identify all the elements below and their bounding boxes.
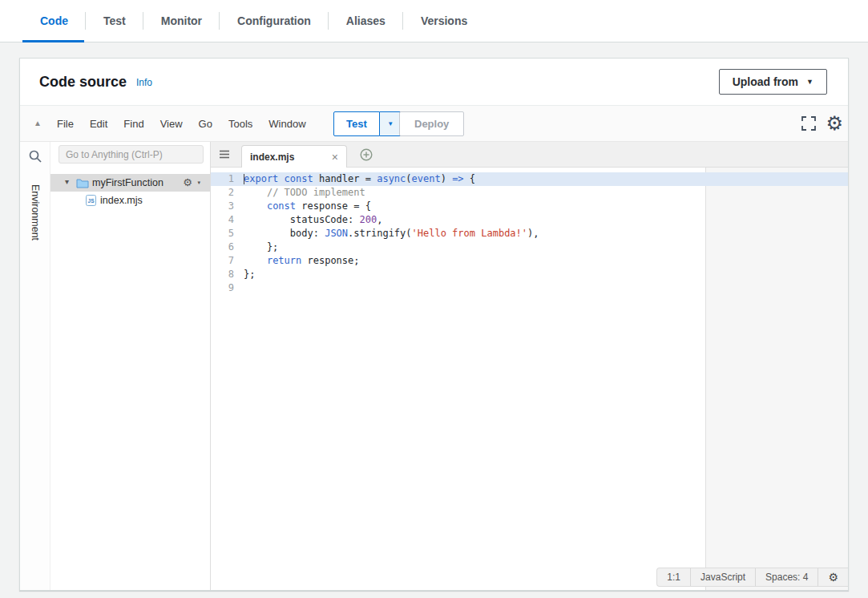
javascript-file-icon: JS (86, 195, 96, 206)
line-number-3: 3 (211, 200, 244, 213)
tree-folder-label: myFirstFunction (92, 177, 164, 188)
menu-item-view[interactable]: View (152, 118, 191, 130)
code-line-7[interactable]: return response; (244, 254, 848, 268)
tab-monitor[interactable]: Monitor (143, 0, 220, 42)
tab-test-label: Test (103, 14, 126, 27)
line-number-5: 5 (211, 227, 244, 240)
collapse-pane-icon[interactable]: ▲ (34, 119, 42, 127)
tab-configuration[interactable]: Configuration (220, 0, 329, 42)
new-tab-icon[interactable] (360, 148, 373, 161)
line-number-6: 6 (211, 240, 244, 254)
code-line-9[interactable] (244, 281, 848, 295)
info-link[interactable]: Info (136, 77, 152, 88)
statusbar-gear-icon[interactable]: ⚙ (818, 568, 848, 586)
editor-pane: index.mjs × 123456789 export const handl… (211, 142, 848, 590)
menu-item-find[interactable]: Find (115, 118, 151, 130)
line-number-gutter: 123456789 (211, 172, 244, 295)
tab-configuration-label: Configuration (237, 14, 311, 27)
upload-from-button[interactable]: Upload from ▼ (719, 69, 827, 95)
tree-folder-myfirstfunction[interactable]: ▾ myFirstFunction ⚙ ▾ (50, 174, 210, 192)
tab-versions[interactable]: Versions (403, 0, 485, 42)
page-title: Code source (39, 74, 127, 91)
code-line-2[interactable]: // TODO implement (244, 186, 848, 200)
tab-aliases[interactable]: Aliases (329, 0, 403, 42)
file-tree: ▾ myFirstFunction ⚙ ▾ JS (50, 174, 210, 209)
svg-text:JS: JS (88, 198, 95, 204)
code-line-8[interactable]: }; (244, 268, 848, 281)
menu-item-file[interactable]: File (49, 118, 82, 130)
tab-size-setting[interactable]: Spaces: 4 (755, 568, 818, 586)
code-lines: export const handler = async(event) => {… (244, 172, 848, 295)
tree-expand-caret-icon[interactable]: ▾ (65, 177, 69, 186)
file-tree-panel: ▾ myFirstFunction ⚙ ▾ JS (50, 142, 211, 590)
code-source-panel: Code source Info Upload from ▼ ▲ FileEdi… (19, 58, 849, 591)
fullscreen-icon[interactable] (801, 116, 816, 131)
code-line-5[interactable]: body: JSON.stringify('Hello from Lambda!… (244, 227, 848, 240)
test-split-button: Test ▼ (333, 111, 402, 136)
test-button[interactable]: Test (333, 111, 380, 136)
line-number-4: 4 (211, 213, 244, 227)
tree-settings-gear-icon[interactable]: ⚙ (183, 176, 192, 188)
tree-file-index-mjs[interactable]: JS index.mjs (50, 192, 210, 209)
editor-tab-index-mjs[interactable]: index.mjs × (241, 145, 347, 168)
editor-tabstrip: index.mjs × (211, 142, 848, 168)
code-source-header: Code source Info Upload from ▼ (20, 59, 848, 106)
tab-code[interactable]: Code (22, 0, 86, 42)
menu-item-window[interactable]: Window (260, 118, 313, 130)
tab-versions-label: Versions (421, 14, 467, 27)
function-tab-bar: Code Test Monitor Configuration Aliases … (0, 0, 868, 42)
tree-file-label: index.mjs (100, 195, 143, 206)
code-line-4[interactable]: statusCode: 200, (244, 213, 848, 227)
language-mode[interactable]: JavaScript (690, 568, 755, 586)
editor-menubar: FileEditFindViewGoToolsWindow (49, 106, 314, 141)
tab-aliases-label: Aliases (346, 14, 386, 27)
code-line-6[interactable]: }; (244, 240, 848, 254)
tab-code-label: Code (40, 14, 68, 27)
editor-statusbar: 1:1 JavaScript Spaces: 4 ⚙ (656, 568, 848, 587)
code-editor[interactable]: 123456789 export const handler = async(e… (211, 168, 848, 590)
editor-toolbar: ▲ FileEditFindViewGoToolsWindow Test ▼ D… (20, 106, 848, 142)
environment-label: Environment (30, 184, 41, 240)
tree-settings-caret-icon[interactable]: ▾ (197, 180, 200, 186)
search-icon[interactable] (28, 149, 42, 164)
code-line-3[interactable]: const response = { (244, 200, 848, 213)
line-number-8: 8 (211, 268, 244, 281)
editor-settings-gear-icon[interactable]: ⚙ (826, 111, 843, 136)
left-icon-strip: Environment (20, 142, 50, 590)
line-number-9: 9 (211, 281, 244, 295)
deploy-button[interactable]: Deploy (399, 111, 464, 136)
goto-anything-input[interactable] (59, 145, 204, 164)
cursor-position[interactable]: 1:1 (657, 568, 690, 586)
chevron-down-icon: ▼ (806, 78, 813, 86)
menu-item-edit[interactable]: Edit (82, 118, 115, 130)
line-number-1: 1 (211, 172, 244, 186)
menu-item-tools[interactable]: Tools (220, 118, 260, 130)
code-line-1[interactable]: export const handler = async(event) => { (244, 172, 848, 186)
tab-monitor-label: Monitor (161, 14, 202, 27)
menu-item-go[interactable]: Go (191, 118, 220, 130)
editor-tab-label: index.mjs (250, 152, 294, 163)
tab-list-icon[interactable] (219, 149, 230, 160)
line-number-2: 2 (211, 186, 244, 200)
line-number-7: 7 (211, 254, 244, 268)
tab-test[interactable]: Test (86, 0, 143, 42)
upload-from-label: Upload from (733, 75, 798, 88)
folder-icon (76, 178, 89, 188)
editor-body: Environment ▾ myFirstFunction ⚙ ▾ (20, 142, 848, 590)
close-tab-icon[interactable]: × (332, 152, 338, 162)
environment-tab[interactable]: Environment (20, 174, 50, 251)
